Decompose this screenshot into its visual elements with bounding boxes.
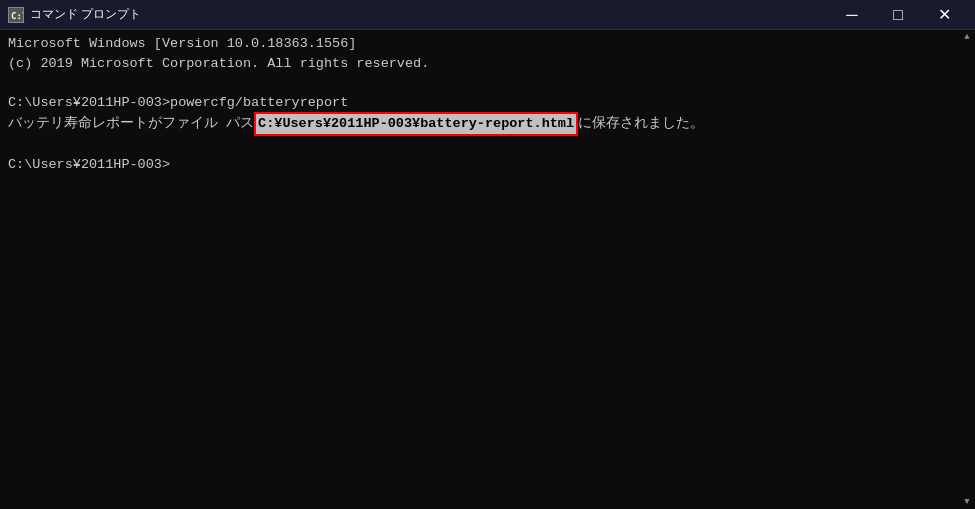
- close-button[interactable]: ✕: [921, 0, 967, 30]
- terminal-line-5-after: に保存されました。: [578, 114, 704, 134]
- terminal-line-1: Microsoft Windows [Version 10.0.18363.15…: [8, 34, 967, 54]
- terminal-line-7: C:\Users¥2011HP-003>: [8, 155, 967, 175]
- terminal-body[interactable]: Microsoft Windows [Version 10.0.18363.15…: [0, 30, 975, 509]
- maximize-button[interactable]: □: [875, 0, 921, 30]
- title-bar: C:\ コマンド プロンプト ─ □ ✕: [0, 0, 975, 30]
- terminal-line-3: [8, 73, 967, 93]
- terminal-line-4: C:\Users¥2011HP-003>powercfg/batteryrepo…: [8, 93, 967, 113]
- scroll-down-arrow[interactable]: ▼: [964, 497, 969, 507]
- cmd-icon: C:\: [8, 7, 24, 23]
- window-title: コマンド プロンプト: [30, 6, 141, 23]
- terminal-line-2: (c) 2019 Microsoft Corporation. All righ…: [8, 54, 967, 74]
- terminal-line-6: [8, 136, 967, 156]
- terminal-line-5-before: バッテリ寿命レポートがファイル パス: [8, 114, 254, 134]
- minimize-button[interactable]: ─: [829, 0, 875, 30]
- terminal-path-highlight: C:¥Users¥2011HP-003¥battery-report.html: [254, 112, 578, 136]
- window-controls: ─ □ ✕: [829, 0, 967, 30]
- svg-text:C:\: C:\: [11, 11, 23, 21]
- window: C:\ コマンド プロンプト ─ □ ✕ Microsoft Windows […: [0, 0, 975, 509]
- scrollbar: ▲ ▼: [959, 30, 975, 509]
- scroll-up-arrow[interactable]: ▲: [964, 32, 969, 42]
- terminal-line-5: バッテリ寿命レポートがファイル パス C:¥Users¥2011HP-003¥b…: [8, 112, 967, 136]
- title-bar-left: C:\ コマンド プロンプト: [8, 6, 141, 23]
